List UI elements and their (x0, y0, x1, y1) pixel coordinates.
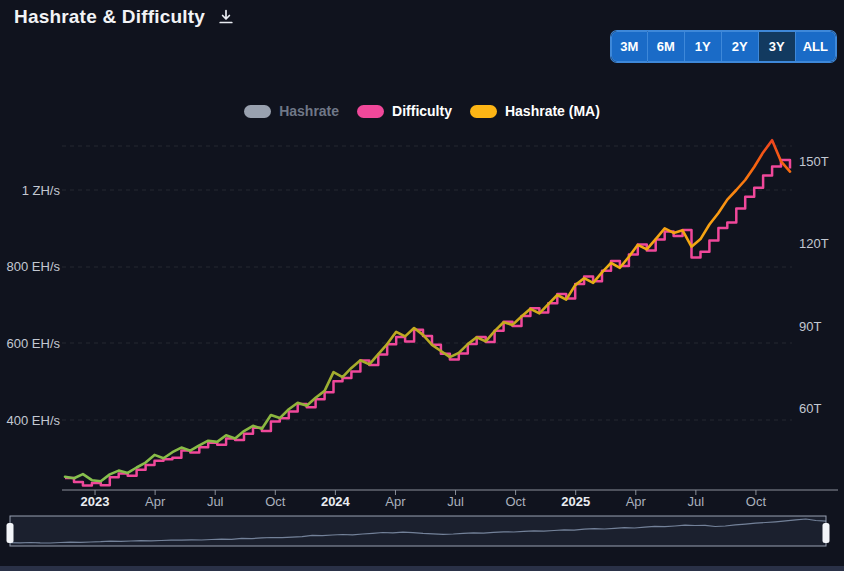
chart-header: Hashrate & Difficulty (14, 2, 234, 32)
hashrate-difficulty-chart[interactable]: 1 ZH/s800 EH/s600 EH/s400 EH/s150T120T90… (0, 0, 844, 571)
legend-swatch (244, 105, 271, 118)
legend-label: Hashrate (279, 103, 339, 119)
legend-item-hashrate[interactable]: Hashrate (244, 103, 339, 119)
time-range-selector: 3M6M1Y2Y3YALL (611, 31, 836, 62)
navigator-right-handle[interactable] (823, 523, 830, 543)
left-axis-label: 400 EH/s (7, 413, 61, 428)
legend-item-hashrate-ma[interactable]: Hashrate (MA) (470, 103, 600, 119)
x-axis-label: Apr (145, 494, 166, 509)
x-axis-label: 2024 (321, 494, 351, 509)
left-axis-label: 1 ZH/s (22, 183, 61, 198)
range-button-1y[interactable]: 1Y (685, 31, 722, 62)
range-button-3y[interactable]: 3Y (759, 31, 796, 62)
navigator-left-handle[interactable] (7, 523, 14, 543)
legend-swatch (470, 105, 497, 118)
range-button-all[interactable]: ALL (796, 31, 836, 62)
download-icon[interactable] (218, 9, 234, 25)
chart-legend: HashrateDifficultyHashrate (MA) (0, 100, 844, 122)
legend-label: Difficulty (392, 103, 452, 119)
x-axis-label: Apr (385, 494, 406, 509)
right-axis-label: 60T (799, 401, 821, 416)
right-axis-label: 120T (799, 236, 829, 251)
x-axis-label: Oct (746, 494, 767, 509)
left-axis-label: 600 EH/s (7, 336, 61, 351)
legend-swatch (357, 105, 384, 118)
range-button-6m[interactable]: 6M (648, 31, 685, 62)
left-axis-label: 800 EH/s (7, 259, 61, 274)
range-button-2y[interactable]: 2Y (722, 31, 759, 62)
legend-item-difficulty[interactable]: Difficulty (357, 103, 452, 119)
right-axis-label: 150T (799, 154, 829, 169)
x-axis-label: 2025 (561, 494, 590, 509)
legend-label: Hashrate (MA) (505, 103, 600, 119)
x-axis-label: 2023 (81, 494, 110, 509)
x-axis-label: Jul (207, 494, 224, 509)
x-axis-label: Jul (447, 494, 464, 509)
x-axis-label: Oct (265, 494, 286, 509)
x-axis-label: Oct (506, 494, 527, 509)
plot-hover-area[interactable] (62, 130, 792, 492)
range-button-3m[interactable]: 3M (611, 31, 648, 62)
x-axis-label: Apr (626, 494, 647, 509)
right-axis-label: 90T (799, 319, 821, 334)
x-axis-label: Jul (688, 494, 705, 509)
page-title: Hashrate & Difficulty (14, 6, 205, 28)
bottom-divider (0, 566, 844, 571)
